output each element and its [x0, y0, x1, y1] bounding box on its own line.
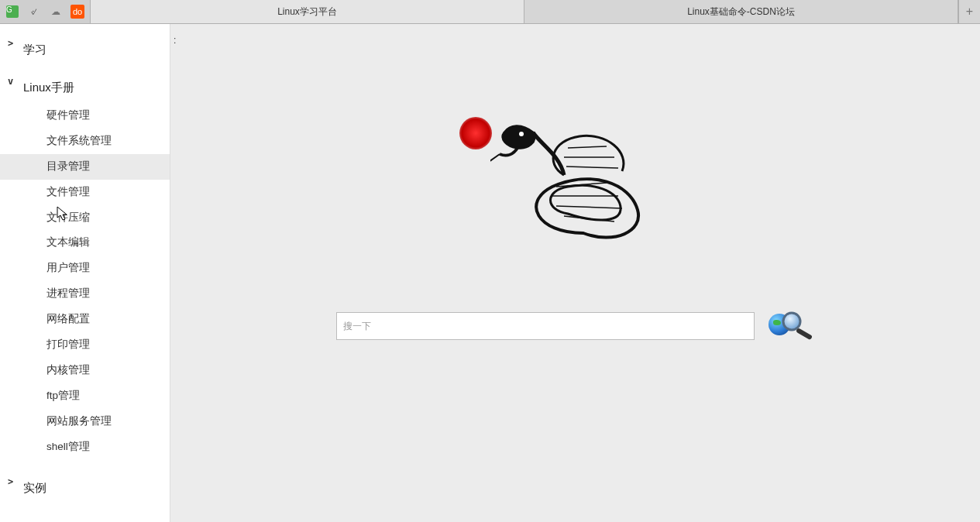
favicon-green-icon[interactable]: G [6, 5, 19, 18]
sidebar-header-label: 实例 [23, 481, 46, 496]
sidebar-item-label: 网站服务管理 [46, 415, 112, 427]
sidebar-item-label: 文件压缩 [46, 211, 90, 223]
sidebar-section-linux-manual: v Linux手册 硬件管理 文件系统管理 目录管理 文件管理 文件压缩 文本编… [0, 62, 170, 462]
logo-zone [170, 109, 980, 264]
sidebar-item-file[interactable]: 文件管理 [0, 180, 170, 205]
sidebar-header-linux-manual[interactable]: Linux手册 [0, 76, 170, 100]
sidebar-item-directory[interactable]: 目录管理 [0, 154, 170, 180]
favicon-do-icon[interactable]: do [70, 5, 84, 19]
sidebar-item-label: 进程管理 [46, 287, 90, 299]
sidebar-header-label: 学习 [23, 43, 46, 57]
sidebar-items-linux-manual: 硬件管理 文件系统管理 目录管理 文件管理 文件压缩 文本编辑 用户管理 进程管… [0, 100, 170, 462]
sidebar-item-print[interactable]: 打印管理 [0, 332, 170, 358]
browser-tab-bar: G ୰ ☁ do Linux学习平台 Linux基础命令-CSDN论坛 + [0, 0, 980, 24]
tab-csdn-forum[interactable]: Linux基础命令-CSDN论坛 [524, 0, 958, 23]
sidebar-item-user[interactable]: 用户管理 [0, 256, 170, 281]
chevron-right-icon: > [8, 476, 13, 487]
sidebar-header-label: Linux手册 [23, 81, 74, 95]
sidebar-item-label: 目录管理 [46, 160, 90, 172]
svg-point-0 [519, 132, 524, 136]
sidebar-item-process[interactable]: 进程管理 [0, 281, 170, 307]
sidebar-item-ftp[interactable]: ftp管理 [0, 383, 170, 409]
main-content: : [170, 24, 980, 522]
sidebar-header-study[interactable]: 学习 [0, 38, 170, 62]
sidebar-item-label: 内核管理 [46, 364, 90, 376]
svg-point-1 [783, 313, 800, 330]
sidebar-item-hardware[interactable]: 硬件管理 [0, 103, 170, 129]
red-dot-icon [459, 117, 492, 149]
sidebar-item-label: 文件系统管理 [46, 135, 112, 146]
sidebar-item-kernel[interactable]: 内核管理 [0, 358, 170, 383]
sidebar[interactable]: > 学习 v Linux手册 硬件管理 文件系统管理 目录管理 文件管理 文件压… [0, 24, 170, 522]
tab-label: Linux基础命令-CSDN论坛 [687, 5, 795, 19]
tab-linux-learning[interactable]: Linux学习平台 [91, 0, 524, 23]
new-tab-button[interactable]: + [958, 0, 980, 23]
chevron-right-icon: > [8, 38, 13, 49]
tab-label: Linux学习平台 [277, 5, 337, 19]
search-zone: 搜一下 [170, 311, 980, 342]
sidebar-item-text-edit[interactable]: 文本编辑 [0, 230, 170, 256]
plus-icon: + [966, 5, 973, 19]
colon-mark: : [174, 35, 176, 46]
sidebar-item-label: 网络配置 [46, 313, 90, 325]
sidebar-item-label: 文件管理 [46, 186, 90, 197]
sidebar-section-study: > 学习 [0, 24, 170, 62]
chevron-down-icon: v [8, 76, 13, 87]
sidebar-item-label: ftp管理 [46, 390, 80, 401]
sidebar-item-label: shell管理 [46, 441, 90, 452]
search-input[interactable]: 搜一下 [336, 312, 755, 340]
sidebar-item-label: 硬件管理 [46, 109, 90, 121]
sidebar-item-label: 用户管理 [46, 262, 90, 273]
sidebar-item-filesystem[interactable]: 文件系统管理 [0, 129, 170, 154]
search-button[interactable] [769, 311, 815, 342]
favicon-cluster: G ୰ ☁ do [0, 0, 91, 23]
sidebar-item-label: 打印管理 [46, 338, 90, 350]
sidebar-item-shell[interactable]: shell管理 [0, 434, 170, 460]
sidebar-item-network[interactable]: 网络配置 [0, 307, 170, 332]
favicon-cloud-icon[interactable]: ☁ [48, 4, 64, 19]
sidebar-section-examples: > 实例 [0, 462, 170, 500]
snake-logo [459, 109, 692, 264]
sidebar-item-website[interactable]: 网站服务管理 [0, 409, 170, 434]
sidebar-item-compress[interactable]: 文件压缩 [0, 205, 170, 231]
content-area: > 学习 v Linux手册 硬件管理 文件系统管理 目录管理 文件管理 文件压… [0, 24, 980, 522]
search-placeholder: 搜一下 [343, 320, 371, 333]
sidebar-header-examples[interactable]: 实例 [0, 476, 170, 500]
sidebar-item-label: 文本编辑 [46, 236, 90, 248]
favicon-bird-icon[interactable]: ୰ [26, 4, 42, 19]
svg-rect-2 [796, 328, 813, 340]
magnifier-icon [779, 311, 818, 342]
snake-icon [490, 109, 684, 264]
